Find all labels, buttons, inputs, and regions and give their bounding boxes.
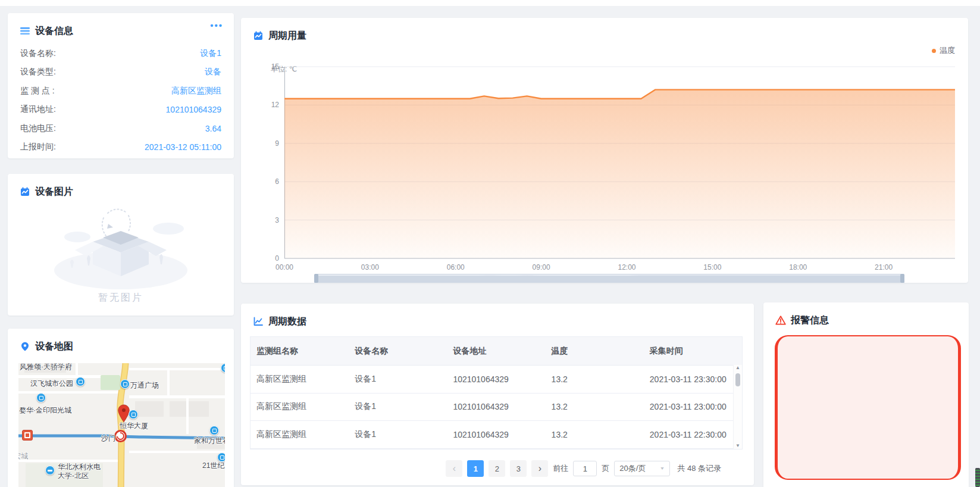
poi-marker: [36, 393, 46, 402]
field-label: 上报时间:: [20, 142, 56, 152]
cell-device: 设备1: [349, 429, 447, 440]
alarm-header: 报警信息: [763, 302, 969, 330]
total-records-label: 共 48 条记录: [677, 463, 721, 474]
cell-temperature: 13.2: [546, 430, 644, 439]
metro-station-icon: [114, 430, 127, 442]
field-value[interactable]: 高新区监测组: [171, 86, 221, 96]
cell-temperature: 13.2: [546, 374, 644, 384]
alarm-title: 报警信息: [791, 314, 829, 327]
map-label: 沙门: [101, 433, 115, 444]
cell-address: 102101064329: [447, 374, 545, 384]
info-row-monitor-point: 监 测 点 : 高新区监测组: [8, 82, 234, 101]
device-image-title: 设备图片: [35, 186, 73, 198]
info-row-battery-voltage: 电池电压: 3.64: [8, 119, 234, 138]
page-button-3[interactable]: 3: [510, 460, 527, 477]
page-scrollbar-thumb[interactable]: [975, 468, 980, 487]
cell-group: 高新区监测组: [251, 429, 349, 440]
device-monitor-dashboard: 设备信息 ••• 设备名称: 设备1 设备类型: 设备 监 测 点 : 高新区监…: [0, 0, 980, 487]
alarm-list-empty-area: [775, 335, 961, 480]
cell-group: 高新区监测组: [251, 374, 349, 385]
page-word-label: 页: [602, 463, 609, 474]
cell-temperature: 13.2: [546, 402, 644, 411]
scrollbar-thumb[interactable]: [735, 373, 740, 386]
period-data-table: 监测组名称 设备名称 设备地址 温度 采集时间 高新区监测组 设备1 10210…: [250, 336, 743, 449]
university-poi-marker: [45, 466, 55, 475]
svg-text:03:00: 03:00: [361, 263, 379, 271]
prev-page-button[interactable]: ‹: [446, 460, 462, 477]
goto-label: 前往: [553, 463, 568, 474]
field-value[interactable]: 102101064329: [166, 105, 221, 114]
field-value[interactable]: 3.64: [205, 124, 221, 133]
column-header: 设备地址: [447, 346, 545, 357]
poi-marker: [129, 410, 138, 419]
more-options-button[interactable]: •••: [210, 20, 223, 30]
cell-address: 102101064329: [447, 430, 545, 439]
scroll-up-icon[interactable]: ▲: [735, 366, 740, 370]
next-page-button[interactable]: ›: [531, 460, 548, 477]
map-label: 宏城: [18, 451, 28, 461]
cell-group: 高新区监测组: [251, 401, 349, 412]
info-row-report-time: 上报时间: 2021-03-12 05:11:00: [8, 138, 234, 157]
svg-text:3: 3: [275, 216, 279, 224]
transit-logo-icon: [22, 430, 33, 441]
alarm-info-card: 报警信息: [763, 302, 969, 487]
map-label: 风雅颂·天骄学府: [20, 363, 72, 372]
info-row-device-type: 设备类型: 设备: [8, 63, 234, 82]
field-value[interactable]: 2021-03-12 05:11:00: [145, 142, 221, 152]
goto-page-input[interactable]: [573, 461, 597, 476]
table-row: 高新区监测组 设备1 102101064329 13.2 2021-03-11 …: [251, 366, 742, 394]
map-label: 华北水利水电大学-北区: [58, 463, 105, 480]
table-header-row: 监测组名称 设备名称 设备地址 温度 采集时间: [251, 337, 742, 366]
map-label: 汉飞城市公园: [30, 379, 73, 389]
pagination-bar: ‹ 1 2 3 › 前往 页 20条/页 ▼ 共 48 条记录: [446, 460, 721, 477]
table-row: 高新区监测组 设备1 102101064329 13.2 2021-03-11 …: [251, 421, 742, 449]
empty-box-illustration: [46, 200, 195, 289]
image-icon: [20, 187, 30, 197]
map-label: 家和万世花: [194, 436, 225, 446]
info-row-comm-address: 通讯地址: 102101064329: [8, 101, 234, 120]
warning-triangle-icon: [775, 316, 786, 326]
page-button-1[interactable]: 1: [467, 460, 484, 477]
device-info-header: 设备信息 •••: [8, 13, 234, 40]
park-area: [101, 375, 120, 390]
table-row: 高新区监测组 设备1 102101064329 13.2 2021-03-11 …: [251, 394, 742, 422]
period-data-card: 周期数据 监测组名称 设备名称 设备地址 温度 采集时间 高新区监测组 设备1 …: [241, 304, 754, 485]
svg-text:18:00: 18:00: [789, 263, 807, 271]
scroll-down-icon[interactable]: ▼: [735, 444, 740, 448]
datazoom-slider[interactable]: [314, 274, 904, 283]
device-info-title: 设备信息: [35, 25, 73, 38]
column-header: 温度: [546, 346, 644, 357]
no-image-text: 暂无图片: [98, 292, 143, 304]
usage-chart-card: 周期用量 温度 单位: ℃ 0369121500:0003:0006:0009:…: [241, 18, 968, 283]
map-pin-icon: [20, 342, 30, 352]
cell-device: 设备1: [349, 401, 447, 412]
cell-device: 设备1: [349, 374, 447, 385]
cell-time: 2021-03-11 22:30:00: [644, 430, 742, 439]
column-header: 设备名称: [349, 346, 447, 357]
svg-text:21:00: 21:00: [875, 263, 893, 271]
empty-image-state: 暂无图片: [8, 200, 234, 304]
map-label: 21世纪: [202, 461, 224, 471]
poi-marker: [76, 377, 85, 386]
cell-time: 2021-03-11 23:00:00: [644, 402, 742, 411]
svg-text:9: 9: [275, 139, 279, 148]
device-image-card: 设备图片 暂无图片: [8, 174, 234, 316]
info-row-device-name: 设备名称: 设备1: [8, 44, 234, 63]
cell-time: 2021-03-11 23:30:00: [644, 374, 742, 384]
page-size-select[interactable]: 20条/页 ▼: [614, 461, 670, 476]
period-data-title: 周期数据: [268, 316, 306, 328]
field-label: 监 测 点 :: [20, 86, 55, 96]
device-info-fields: 设备名称: 设备1 设备类型: 设备 监 测 点 : 高新区监测组 通讯地址: …: [8, 44, 234, 157]
map-label: 万通广场: [130, 380, 159, 391]
field-value[interactable]: 设备1: [200, 48, 221, 59]
field-label: 电池电压:: [20, 123, 56, 134]
top-white-strip: [0, 0, 980, 6]
svg-text:00:00: 00:00: [275, 263, 293, 271]
period-data-header: 周期数据: [241, 304, 754, 331]
table-scrollbar[interactable]: ▲ ▼: [733, 365, 742, 449]
temperature-area-chart[interactable]: 0369121500:0003:0006:0009:0012:0015:0018…: [241, 18, 968, 283]
field-value[interactable]: 设备: [205, 67, 221, 77]
map-canvas[interactable]: 风雅颂·天骄学府 汉飞城市公园 万通广场 婺华·金印阳光城 恒华大厦 沙门 家和…: [18, 363, 225, 487]
page-size-value: 20条/页: [619, 463, 646, 474]
page-button-2[interactable]: 2: [489, 460, 505, 477]
